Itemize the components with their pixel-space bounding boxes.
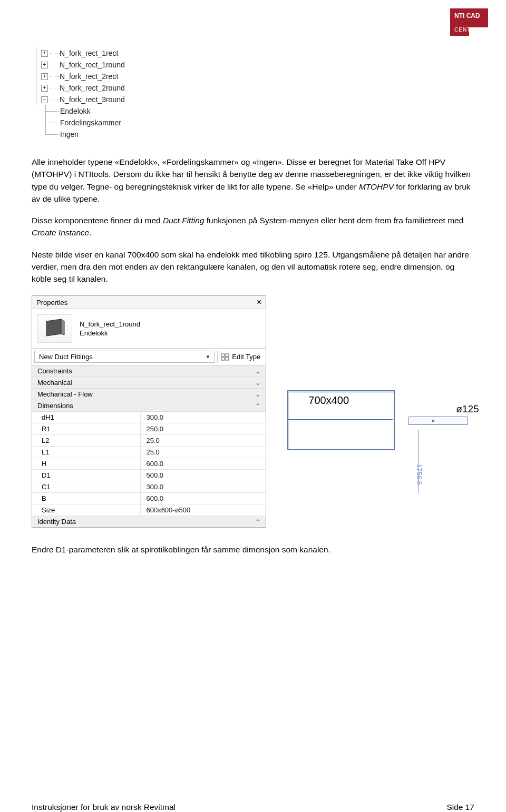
tree-item[interactable]: −N_fork_rect_3round (32, 94, 474, 105)
plus-icon[interactable]: + (41, 85, 48, 92)
paragraph-4: Endre D1-parameteren slik at spirotilkob… (32, 543, 474, 556)
param-value[interactable]: 600.0 (141, 458, 266, 469)
footer-right: Side 17 (446, 803, 474, 812)
group-label: Mechanical (37, 379, 72, 387)
param-name: C1 (32, 481, 141, 492)
chevron-up-icon: ⌃ (255, 518, 260, 526)
svg-marker-4 (61, 319, 64, 335)
panel-diagram-row: Properties × N_fork_rect_1round Endelokk (32, 295, 474, 528)
chevron-down-icon: ⌄ (255, 368, 260, 375)
tree-item[interactable]: Endelokk (32, 105, 474, 117)
param-name: B (32, 493, 141, 504)
text-emphasis: MTOHPV (359, 182, 394, 191)
param-row-b[interactable]: B600.0 (32, 493, 266, 504)
tree-item-label: N_fork_rect_3round (60, 94, 125, 105)
tree-item[interactable]: +N_fork_rect_1rect (32, 47, 474, 59)
tree-item-label: N_fork_rect_1rect (60, 47, 118, 59)
tree-connector (50, 94, 60, 105)
text-emphasis: Create Instance (32, 228, 89, 237)
param-value[interactable]: 300.0 (141, 412, 266, 423)
page-footer: Instruksjoner for bruk av norsk Revitmal… (32, 803, 474, 812)
text: Endre D1-parameteren slik at spirotilkob… (32, 545, 330, 554)
param-value[interactable]: 600x600-ø500 (141, 504, 266, 516)
edit-type-icon (221, 353, 229, 361)
type-selector-dropdown[interactable]: New Duct Fittings ▼ (34, 351, 215, 363)
tree-item[interactable]: +N_fork_rect_2rect (32, 71, 474, 82)
param-name: R1 (32, 423, 141, 434)
group-mechanical[interactable]: Mechanical⌄ (32, 377, 266, 389)
chevron-down-icon: ⌄ (255, 391, 260, 398)
group-label: Dimensions (37, 402, 73, 410)
param-name: H (32, 458, 141, 469)
chevron-down-icon: ⌄ (255, 379, 260, 387)
footer-left: Instruksjoner for bruk av norsk Revitmal (32, 803, 176, 812)
duct-diagram: 700x400 ø125 1756.6 (287, 374, 474, 501)
param-value[interactable]: 250.0 (141, 423, 266, 434)
param-row-l1[interactable]: L125.0 (32, 447, 266, 458)
tree-item[interactable]: +N_fork_rect_1round (32, 59, 474, 71)
param-name: L2 (32, 435, 141, 446)
param-value[interactable]: 500.0 (141, 470, 266, 481)
param-row-size[interactable]: Size600x600-ø500 (32, 504, 266, 516)
tree-item[interactable]: Fordelingskammer (32, 117, 474, 128)
tree-item-label: Ingen (60, 128, 79, 140)
param-value[interactable]: 25.0 (141, 435, 266, 446)
tree-item-label: N_fork_rect_2rect (60, 71, 118, 82)
param-value[interactable]: 300.0 (141, 481, 266, 492)
tree-item-label: N_fork_rect_2round (60, 82, 125, 94)
svg-rect-7 (221, 358, 225, 360)
text: Disse komponentene finner du med (32, 216, 163, 225)
text: . (89, 228, 91, 237)
family-name-block: N_fork_rect_1round Endelokk (80, 320, 140, 338)
tree-connector (50, 47, 60, 59)
family-tree-view: +N_fork_rect_1rect+N_fork_rect_1round+N_… (32, 47, 474, 140)
minus-icon[interactable]: − (41, 96, 48, 103)
tree-item-label: Fordelingskammer (60, 117, 121, 128)
text-emphasis: Duct Fitting (163, 216, 204, 225)
edit-type-label: Edit Type (232, 353, 260, 361)
properties-header[interactable]: N_fork_rect_1round Endelokk (32, 309, 266, 349)
properties-title: Properties (36, 299, 67, 306)
param-value[interactable]: 25.0 (141, 447, 266, 458)
paragraph-1: Alle inneholder typene «Endelokk», «Ford… (32, 156, 474, 205)
tree-connector (51, 128, 60, 140)
duct-size-label: 700x400 (308, 394, 349, 407)
dimension-value: 1756.6 (415, 464, 423, 485)
group-mechanical-flow[interactable]: Mechanical - Flow⌄ (32, 389, 266, 400)
paragraph-3: Neste bilde viser en kanal 700x400 som s… (32, 249, 474, 285)
svg-rect-6 (226, 354, 229, 357)
param-row-c1[interactable]: C1300.0 (32, 481, 266, 493)
param-row-dh1[interactable]: dH1300.0 (32, 412, 266, 423)
tree-connector (51, 105, 60, 117)
plus-icon[interactable]: + (41, 62, 48, 68)
spiro-shape (408, 417, 468, 425)
param-row-h[interactable]: H600.0 (32, 458, 266, 470)
tree-connector (51, 117, 60, 128)
document-page: NTI CAD CENTER +N_fork_rect_1rect+N_fork… (0, 0, 506, 812)
tree-item-label: N_fork_rect_1round (60, 59, 125, 71)
tree-item[interactable]: Ingen (32, 128, 474, 140)
type-selector-row: New Duct Fittings ▼ Edit Type (32, 349, 266, 365)
properties-panel: Properties × N_fork_rect_1round Endelokk (32, 295, 266, 528)
close-icon[interactable]: × (257, 298, 261, 307)
group-identity-data[interactable]: Identity Data ⌃ (32, 516, 266, 527)
param-value[interactable]: 600.0 (141, 493, 266, 504)
param-name: dH1 (32, 412, 141, 423)
param-row-r1[interactable]: R1250.0 (32, 423, 266, 435)
tree-connector (50, 71, 60, 82)
param-row-l2[interactable]: L225.0 (32, 435, 266, 447)
properties-titlebar: Properties × (32, 296, 266, 309)
group-label: Identity Data (37, 518, 76, 526)
nti-cad-center-logo: NTI CAD CENTER (448, 6, 490, 38)
param-name: D1 (32, 470, 141, 481)
group-dimensions[interactable]: Dimensions⌃ (32, 400, 266, 412)
group-constraints[interactable]: Constraints⌄ (32, 365, 266, 377)
param-row-d1[interactable]: D1500.0 (32, 470, 266, 481)
svg-marker-3 (46, 319, 61, 336)
tree-item[interactable]: +N_fork_rect_2round (32, 82, 474, 94)
plus-icon[interactable]: + (41, 50, 48, 57)
edit-type-button[interactable]: Edit Type (217, 351, 266, 363)
plus-icon[interactable]: + (41, 73, 48, 80)
param-name: Size (32, 504, 141, 516)
spiro-diameter-label: ø125 (456, 403, 479, 415)
